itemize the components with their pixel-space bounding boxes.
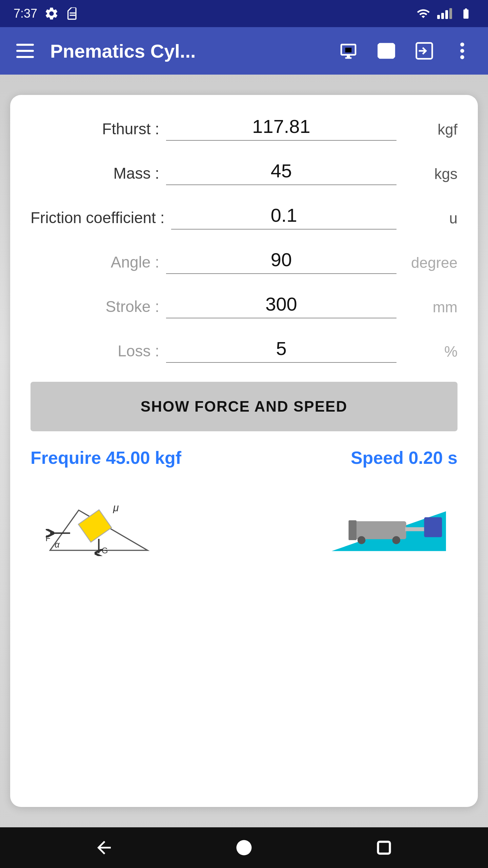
- svg-point-8: [460, 49, 464, 53]
- wifi-icon: [415, 7, 432, 20]
- menu-button[interactable]: [14, 41, 37, 61]
- loss-row: Loss : %: [30, 337, 458, 363]
- svg-text:F: F: [45, 534, 50, 543]
- speed-result: Speed 0.20 s: [351, 448, 458, 468]
- stroke-row: Stroke : mm: [30, 293, 458, 318]
- main-content: Fthurst : kgf Mass : kgs Friction coeffi…: [0, 75, 488, 827]
- svg-text:α: α: [55, 540, 60, 549]
- fthurst-input[interactable]: [166, 115, 396, 141]
- frequire-result: Frequire 45.00 kgf: [30, 448, 181, 468]
- mass-input[interactable]: [166, 160, 396, 185]
- app-bar: Pnematics Cyl...: [0, 27, 488, 75]
- time-display: 7:37: [14, 6, 37, 21]
- stroke-unit: mm: [403, 299, 458, 318]
- app-title: Pnematics Cyl...: [50, 40, 323, 62]
- angle-unit: degree: [403, 254, 458, 274]
- loss-unit: %: [403, 343, 458, 363]
- sim-icon: [66, 6, 79, 21]
- status-bar-left: 7:37: [14, 6, 79, 21]
- svg-point-7: [460, 43, 464, 47]
- friction-label: Friction coefficient :: [30, 209, 164, 230]
- diagrams-row: μ F α G: [30, 481, 458, 556]
- svg-rect-0: [70, 15, 76, 16]
- app-bar-icons: [336, 39, 474, 63]
- angle-input[interactable]: [166, 249, 396, 274]
- angle-input-wrapper: [166, 249, 396, 274]
- svg-rect-21: [405, 527, 425, 531]
- svg-text:G: G: [102, 546, 108, 555]
- cylinder-diagram: [322, 481, 451, 556]
- friction-unit: u: [403, 210, 458, 230]
- svg-rect-22: [424, 517, 442, 537]
- mass-label: Mass :: [30, 164, 159, 185]
- results-row: Frequire 45.00 kgf Speed 0.20 s: [30, 448, 458, 468]
- fthurst-unit: kgf: [403, 121, 458, 141]
- stroke-input-wrapper: [166, 293, 396, 318]
- fthurst-row: Fthurst : kgf: [30, 115, 458, 141]
- friction-row: Friction coefficient : u: [30, 204, 458, 230]
- recent-apps-button[interactable]: [370, 834, 398, 861]
- force-diagram: μ F α G: [37, 481, 166, 556]
- svg-point-24: [392, 536, 400, 544]
- monitor-button[interactable]: [336, 39, 361, 63]
- svg-rect-19: [351, 521, 406, 539]
- angle-row: Angle : degree: [30, 249, 458, 274]
- loss-input-wrapper: [166, 337, 396, 363]
- svg-point-25: [236, 840, 251, 855]
- loss-label: Loss :: [30, 342, 159, 363]
- status-bar: 7:37: [0, 0, 488, 27]
- mass-input-wrapper: [166, 160, 396, 185]
- home-button[interactable]: [230, 834, 258, 861]
- mass-unit: kgs: [403, 165, 458, 185]
- status-bar-right: [415, 7, 474, 20]
- fthurst-label: Fthurst :: [30, 120, 159, 141]
- svg-point-9: [460, 55, 464, 59]
- svg-rect-11: [78, 510, 111, 542]
- mass-row: Mass : kgs: [30, 160, 458, 185]
- friction-input[interactable]: [171, 204, 396, 230]
- svg-rect-20: [349, 520, 357, 540]
- settings-icon: [44, 6, 59, 21]
- calculator-card: Fthurst : kgf Mass : kgs Friction coeffi…: [10, 95, 478, 807]
- signal-icon: [437, 8, 452, 19]
- svg-rect-1: [70, 13, 76, 14]
- more-button[interactable]: [450, 39, 474, 63]
- friction-input-wrapper: [171, 204, 396, 230]
- image-button[interactable]: [374, 39, 399, 63]
- export-button[interactable]: [412, 39, 436, 63]
- back-button[interactable]: [90, 834, 118, 861]
- svg-rect-2: [345, 48, 352, 53]
- fthurst-input-wrapper: [166, 115, 396, 141]
- show-force-speed-button[interactable]: SHOW FORCE AND SPEED: [30, 382, 458, 431]
- angle-label: Angle :: [30, 253, 159, 274]
- battery-icon: [458, 7, 474, 20]
- stroke-label: Stroke :: [30, 297, 159, 318]
- svg-rect-26: [378, 842, 390, 854]
- nav-bar: [0, 827, 488, 868]
- svg-point-23: [358, 536, 365, 544]
- loss-input[interactable]: [166, 337, 396, 363]
- svg-text:μ: μ: [113, 502, 119, 513]
- stroke-input[interactable]: [166, 293, 396, 318]
